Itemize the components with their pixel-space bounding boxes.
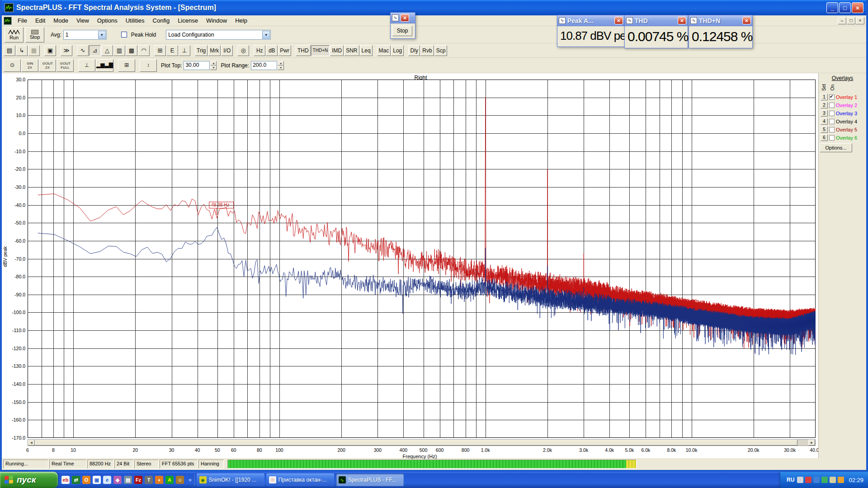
quicklaunch-image-viewer-icon[interactable]: ▣ — [93, 476, 101, 484]
load-configuration-select[interactable]: Load Configuration ▼ — [166, 30, 271, 40]
fast-forward-icon-button[interactable]: ≫ — [61, 45, 72, 56]
plot-range-down[interactable]: ▼ — [278, 66, 284, 70]
overlay-set-button-3[interactable]: 3 — [821, 110, 828, 117]
quicklaunch-avz-icon[interactable]: A — [165, 476, 174, 484]
close-icon[interactable]: × — [678, 17, 686, 24]
view-3d-surface-icon-button[interactable]: ▩ — [126, 45, 137, 56]
menu-item-help[interactable]: Help — [231, 16, 251, 25]
snr-button[interactable]: SNR — [344, 45, 359, 56]
overlay-on-checkbox-2[interactable] — [829, 103, 835, 108]
avg-select[interactable]: 1 ▼ — [63, 30, 107, 40]
scroll-left-arrow[interactable]: ◄ — [28, 440, 35, 446]
plot-top-down[interactable]: ▼ — [210, 66, 217, 70]
scope-button[interactable]: Scp — [434, 45, 448, 56]
overlay-set-button-6[interactable]: 6 — [821, 134, 828, 141]
start-button[interactable]: пуск — [0, 472, 58, 488]
quicklaunch-quad-arrows-icon[interactable]: ⇄ — [72, 476, 80, 484]
keyboard-language-indicator[interactable]: RU — [787, 477, 794, 483]
quicklaunch-web-ball-icon[interactable]: ● — [155, 476, 163, 484]
spectrum-canvas[interactable] — [28, 80, 816, 438]
mdi-close-button[interactable]: × — [856, 17, 864, 24]
tray-update-icon[interactable] — [821, 477, 828, 483]
menu-item-mode[interactable]: Mode — [49, 16, 72, 25]
chevron-down-icon[interactable]: ▼ — [262, 31, 270, 39]
plot-top-up[interactable]: ▲ — [210, 61, 217, 66]
zoom-in-2x-button[interactable]: ⊙IN2X — [21, 59, 38, 72]
zoom-out-2x-button[interactable]: ⊙OUT2X — [39, 59, 56, 72]
close-icon[interactable]: × — [401, 14, 409, 22]
overlay-on-checkbox-5[interactable] — [829, 127, 835, 132]
menu-item-window[interactable]: Window — [202, 16, 231, 25]
reverb-button[interactable]: Rvb — [420, 45, 434, 56]
overlay-on-checkbox-6[interactable] — [829, 135, 835, 141]
open-file-icon-button[interactable]: ↳ — [16, 45, 28, 56]
quicklaunch-opera-icon[interactable]: O — [82, 476, 90, 484]
zoom-tool-button[interactable]: ⊙ — [4, 59, 21, 72]
quicklaunch-paint-icon[interactable]: ◈ — [113, 476, 122, 484]
close-icon[interactable]: × — [614, 17, 623, 24]
close-button[interactable]: × — [852, 2, 863, 13]
menu-item-license[interactable]: License — [174, 16, 202, 25]
calibration-button[interactable]: ⊥ — [78, 59, 95, 72]
tray-volume-icon[interactable] — [830, 477, 836, 483]
menu-item-view[interactable]: View — [72, 16, 93, 25]
menu-item-utilities[interactable]: Utilities — [122, 16, 149, 25]
octave-bars-button[interactable]: ▂▆▃▇ — [96, 59, 113, 72]
thd-n-button[interactable]: THD+N — [311, 45, 330, 56]
run-button[interactable]: Run — [5, 27, 24, 42]
plot-top-input[interactable]: 30.00 — [184, 61, 210, 70]
menu-item-file[interactable]: File — [14, 16, 31, 25]
quicklaunch-filezilla-icon[interactable]: Fz — [134, 476, 142, 484]
overlay-on-checkbox-4[interactable] — [829, 119, 835, 124]
markers-button[interactable]: Mrk — [208, 45, 221, 56]
scrollbar-thumb[interactable] — [35, 440, 797, 446]
units-db-button[interactable]: dB — [266, 45, 278, 56]
menu-item-edit[interactable]: Edit — [31, 16, 49, 25]
peak-hold-checkbox[interactable] — [121, 32, 127, 38]
overlay-on-checkbox-1[interactable] — [829, 94, 835, 100]
units-pwr-button[interactable]: Pwr — [278, 45, 291, 56]
quicklaunch-ebay-icon[interactable]: eb — [61, 476, 70, 484]
overlay-set-button-5[interactable]: 5 — [821, 126, 828, 133]
macro-button[interactable]: Mac — [377, 45, 391, 56]
leq-button[interactable]: Leq — [360, 45, 373, 56]
mdi-minimize-button[interactable]: – — [838, 17, 846, 24]
thd-button[interactable]: THD — [296, 45, 311, 56]
task-button-0[interactable]: ◉SnimOK! - [[1920 ... — [197, 474, 264, 486]
horizontal-scrollbar[interactable]: ◄ ► — [28, 439, 816, 446]
plot-range-up[interactable]: ▲ — [278, 61, 284, 66]
signal-generator-icon-button[interactable]: ◎ — [237, 45, 249, 56]
menu-item-options[interactable]: Options — [93, 16, 122, 25]
minimize-button[interactable]: _ — [826, 2, 838, 13]
close-icon[interactable]: × — [742, 17, 751, 24]
overlay-set-button-4[interactable]: 4 — [821, 118, 828, 125]
quicklaunch-internet-explorer-icon[interactable]: e — [103, 476, 111, 484]
quick-launch-more-chevron[interactable]: » — [189, 477, 192, 483]
tray-misc-icon[interactable] — [838, 477, 844, 483]
overlay-set-button-1[interactable]: 1 — [821, 94, 828, 100]
trigger-button[interactable]: Trig — [195, 45, 208, 56]
stop-button[interactable]: Stop — [25, 27, 44, 42]
delay-button[interactable]: Dly — [408, 45, 420, 56]
view-phase-icon-button[interactable]: △ — [101, 45, 113, 56]
new-file-icon-button[interactable]: ▤ — [4, 45, 15, 56]
print-icon-button[interactable]: ▣ — [44, 45, 56, 56]
chevron-down-icon[interactable]: ▼ — [98, 31, 106, 39]
quicklaunch-media-icon[interactable]: ▤ — [124, 476, 132, 484]
zoom-out-full-button[interactable]: ⊙OUTFULL — [57, 59, 74, 72]
display-settings-button[interactable]: ⊞ — [118, 59, 135, 72]
task-button-2[interactable]: ∿SpectraPLUS - FF... — [336, 474, 404, 486]
io-device-button[interactable]: I/O — [221, 45, 233, 56]
plot-range-input[interactable]: 200.0 — [251, 61, 277, 70]
tray-antivirus-icon[interactable] — [805, 477, 811, 483]
overlay-on-checkbox-3[interactable] — [829, 111, 835, 116]
view-spectrogram-icon-button[interactable]: ▥ — [113, 45, 125, 56]
imd-button[interactable]: IMD — [330, 45, 344, 56]
logging-button[interactable]: Log — [391, 45, 404, 56]
title-bar[interactable]: SpectraPLUS - FFT Spectral Analysis Syst… — [2, 0, 866, 15]
overlay-set-button-2[interactable]: 2 — [821, 102, 828, 108]
display-options-icon-button[interactable]: ⊞ — [154, 45, 166, 56]
view-octave-icon-button[interactable]: ◠ — [138, 45, 150, 56]
tray-network-icon[interactable] — [813, 477, 820, 483]
quicklaunch-tool-icon[interactable]: T — [145, 476, 153, 484]
